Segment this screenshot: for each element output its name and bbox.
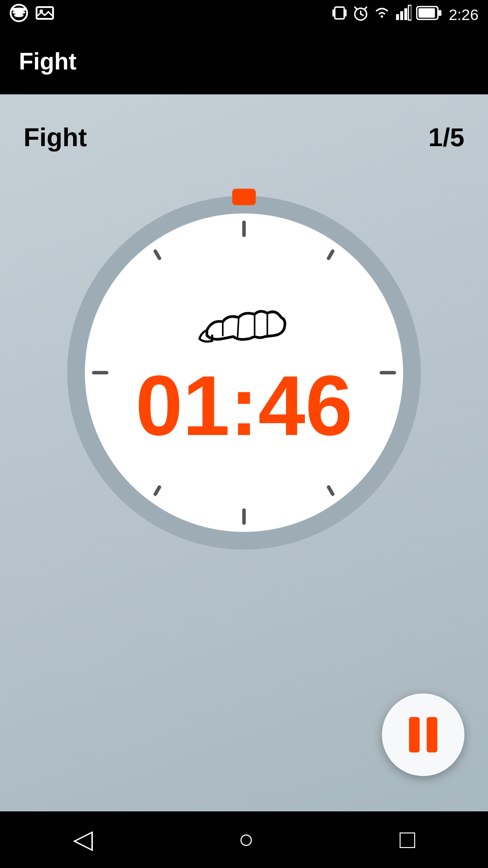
- tick-left: [92, 371, 108, 374]
- fight-header: Fight 1/5: [0, 94, 488, 172]
- clock-outer: 01:46: [67, 196, 421, 549]
- svg-rect-11: [400, 11, 403, 20]
- main-content: Fight 1/5: [0, 94, 488, 811]
- clock-face: 01:46: [85, 214, 403, 532]
- wifi-icon: [373, 5, 390, 24]
- status-bar: 2:26: [0, 0, 488, 28]
- fight-label: Fight: [24, 123, 87, 153]
- status-bar-left: [9, 3, 54, 25]
- pause-button[interactable]: [382, 693, 464, 776]
- svg-rect-16: [438, 10, 441, 16]
- content-area: Fight 1/5: [0, 94, 488, 811]
- svg-rect-12: [404, 8, 407, 20]
- toolbar: Fight: [0, 28, 488, 94]
- tick-top-right: [326, 249, 335, 261]
- clock-container: 01:46: [67, 196, 421, 549]
- svg-rect-15: [418, 8, 435, 18]
- svg-rect-4: [37, 6, 53, 18]
- tick-bottom-right: [326, 485, 335, 496]
- svg-rect-6: [334, 7, 344, 19]
- tick-top-left: [153, 249, 162, 261]
- time-display: 2:26: [449, 5, 479, 23]
- home-button[interactable]: ○: [238, 824, 254, 855]
- spotify-icon: [9, 3, 28, 25]
- svg-rect-7: [332, 9, 334, 17]
- vibrate-icon: [331, 5, 347, 24]
- pause-bar-left: [409, 717, 420, 752]
- timer-display: 01:46: [136, 363, 353, 448]
- pause-icon: [409, 717, 437, 752]
- battery-icon: [416, 6, 442, 22]
- pause-bar-right: [427, 717, 437, 752]
- svg-rect-13: [408, 5, 411, 20]
- nav-bar: ◁ ○ □: [0, 811, 488, 868]
- tick-top: [242, 220, 246, 237]
- toolbar-title: Fight: [19, 48, 77, 75]
- recents-button[interactable]: □: [400, 824, 415, 855]
- gallery-icon: [35, 3, 54, 25]
- tick-bottom-left: [153, 485, 162, 496]
- alarm-icon: [352, 5, 369, 24]
- red-indicator: [232, 189, 256, 205]
- fist-icon: [191, 298, 297, 351]
- tick-bottom: [242, 508, 246, 525]
- back-button[interactable]: ◁: [73, 824, 93, 855]
- status-bar-right: 2:26: [331, 5, 479, 24]
- svg-rect-10: [396, 14, 399, 20]
- svg-point-3: [11, 7, 27, 11]
- tick-right: [380, 371, 396, 374]
- svg-rect-8: [344, 9, 346, 17]
- fight-counter: 1/5: [428, 123, 464, 153]
- signal-icon: [394, 5, 411, 24]
